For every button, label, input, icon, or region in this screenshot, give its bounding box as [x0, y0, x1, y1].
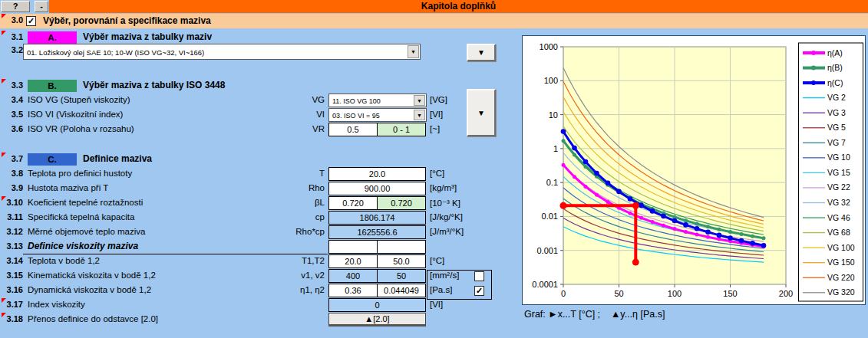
svg-text:100: 100: [544, 76, 558, 85]
row-3.10: 3.10Koeficient tepelné roztažnostiβL[10⁻…: [0, 196, 519, 211]
value-cell: 1625556.6: [328, 225, 426, 239]
svg-text:100: 100: [668, 289, 682, 298]
row-3.6: 3.6ISO VR (Poloha v rozsahu)VR[~]0.50 - …: [0, 123, 519, 137]
transfer-button[interactable]: ▲[2.0]: [328, 313, 426, 327]
row-label: Měrné objemové teplo maziva: [28, 227, 145, 236]
section-title: Definice maziva: [83, 153, 152, 164]
svg-text:10: 10: [549, 110, 558, 120]
chevron-down-icon[interactable]: ▼: [414, 95, 425, 106]
row-number: 3.0: [0, 15, 23, 25]
row-label: Index viskozity: [28, 300, 85, 309]
value-cell-1[interactable]: 20.0: [328, 254, 378, 268]
row-number: 3.9: [0, 183, 23, 192]
value-cell-2[interactable]: 0.044049: [377, 284, 426, 297]
row-3.2: 3.201. Ložiskový olej SAE 10; 10-W (ISO …: [0, 44, 519, 58]
row-number: 3.14: [0, 256, 23, 265]
value-cell-1[interactable]: 0.5: [328, 123, 378, 136]
row-label: ISO VI (Viskozitní index): [28, 110, 123, 119]
lubricant-dropdown[interactable]: 01. Ložiskový olej SAE 10; 10-W (ISO VG~…: [23, 44, 421, 60]
row-symbol: cp: [246, 212, 325, 222]
svg-text:0.1: 0.1: [546, 178, 558, 187]
row-3.5: 3.5ISO VI (Viskozitní index)VI[VI]03. IS…: [0, 108, 519, 123]
unit-label: [J/kg/°K]: [430, 212, 463, 222]
row-number: 3.17: [0, 300, 23, 309]
row-number: 3.1: [0, 32, 23, 41]
value-cell-2: 50: [377, 269, 426, 283]
viscosity-chart: 10001001010.10.010.0010.0001050100150200…: [522, 35, 866, 305]
row-symbol: βL: [246, 198, 325, 207]
section-badge: B.: [28, 80, 77, 92]
row-3.12: 3.12Měrné objemové teplo mazivaRho*cp[J/…: [0, 225, 519, 240]
row-label: Hustota maziva při T: [28, 183, 108, 192]
row-symbol: T: [246, 169, 325, 178]
row-number: 3.8: [0, 169, 23, 178]
svg-text:η(A): η(A): [827, 48, 843, 57]
row-label: ISO VR (Poloha v rozsahu): [28, 124, 134, 133]
section-badge: A.: [28, 31, 77, 44]
unit-label: [VI]: [430, 300, 443, 309]
row-3.5-dropdown[interactable]: 03. ISO VI = 95▼: [328, 108, 427, 122]
svg-text:VG 68: VG 68: [827, 228, 850, 237]
svg-text:VG 3: VG 3: [827, 108, 846, 117]
row-3.11: 3.11Specifická tepelná kapacitacp[J/kg/°…: [0, 211, 519, 225]
row-number: 3.11: [0, 212, 23, 222]
arrow-down-button[interactable]: ▼: [467, 89, 496, 136]
svg-text:1000: 1000: [540, 42, 558, 51]
svg-text:0: 0: [561, 289, 566, 298]
row-3.13: 3.13Definice viskozity maziva: [0, 240, 519, 254]
row-3.4: 3.4ISO VG (Stupeň viskozity)VG[VG]11. IS…: [0, 94, 519, 108]
row-label: Koeficient tepelné roztažnosti: [28, 198, 143, 207]
section-row-3.0: 3.0 ✓ Výběr, porovnání a specifikace maz…: [0, 14, 868, 28]
value-cell[interactable]: 20.0: [328, 167, 426, 181]
subsection-title: Definice viskozity maziva: [28, 241, 138, 251]
svg-text:VG 10: VG 10: [827, 153, 850, 162]
value-cell-2[interactable]: 50.0: [377, 254, 426, 268]
value-cell-2: 0 - 1: [377, 123, 426, 136]
row-label: Specifická tepelná kapacita: [28, 212, 134, 222]
svg-text:0.01: 0.01: [542, 212, 558, 221]
lubricant-specification-panel: ? - Kapitola doplňků 3.0 ✓ Výběr, porovn…: [0, 0, 868, 338]
unit-choice-outline: [427, 270, 492, 300]
chapter-title-bar: Kapitola doplňků: [49, 0, 868, 13]
value-cell[interactable]: [377, 240, 426, 254]
arrow-down-button[interactable]: ▼: [467, 44, 496, 61]
chevron-down-icon[interactable]: ▼: [414, 110, 425, 120]
chevron-down-icon[interactable]: ▼: [408, 45, 419, 58]
graph-axes-note: Graf: ►x...T [°C] ; ▲y...η [Pa.s]: [524, 309, 665, 320]
unit-label: [VI]: [430, 110, 443, 119]
row-number: 3.15: [0, 271, 23, 280]
unit-label: [°C]: [430, 256, 444, 265]
minimize-button[interactable]: -: [35, 1, 48, 12]
value-cell-1[interactable]: 0.720: [328, 196, 378, 210]
value-cell: 0: [328, 298, 426, 312]
svg-text:50: 50: [614, 289, 623, 298]
row-3.8: 3.8Teplota pro definici hustotyT[°C]20.0: [0, 167, 519, 182]
section-title: Výběr, porovnání a specifikace maziva: [43, 15, 211, 26]
row-number: 3.3: [0, 80, 23, 90]
row-number: 3.10: [0, 198, 23, 207]
svg-text:VG 7: VG 7: [827, 138, 846, 147]
value-cell[interactable]: [328, 240, 378, 254]
svg-text:VG 32: VG 32: [827, 198, 850, 207]
section-title: Výběr maziva z tabulky maziv: [83, 31, 212, 42]
row-label: Dynamická viskozita v bodě 1,2: [28, 285, 151, 294]
unit-label: [°C]: [430, 169, 444, 178]
help-button[interactable]: ?: [1, 1, 30, 12]
section-checkbox[interactable]: ✓: [26, 16, 36, 26]
row-3.3: 3.3B.Výběr maziva z tabulky ISO 3448: [0, 79, 519, 94]
svg-text:VG 5: VG 5: [827, 123, 846, 132]
row-symbol: v1, v2: [246, 271, 325, 280]
row-label: Kinematická viskozita v bodě 1,2: [28, 271, 156, 280]
value-cell-1[interactable]: 0.36: [328, 284, 378, 297]
svg-text:η(B): η(B): [827, 63, 843, 72]
svg-text:VG 150: VG 150: [827, 258, 855, 267]
unit-label: [~]: [430, 124, 440, 133]
svg-text:0.001: 0.001: [536, 246, 558, 255]
value-cell[interactable]: 900.00: [328, 182, 426, 195]
row-label: ISO VG (Stupeň viskozity): [28, 95, 130, 104]
svg-text:η(C): η(C): [827, 78, 843, 87]
row-number: 3.12: [0, 227, 23, 236]
row-symbol: VR: [246, 124, 325, 133]
row-3.4-dropdown[interactable]: 11. ISO VG 100▼: [328, 94, 427, 107]
svg-text:200: 200: [779, 289, 793, 298]
